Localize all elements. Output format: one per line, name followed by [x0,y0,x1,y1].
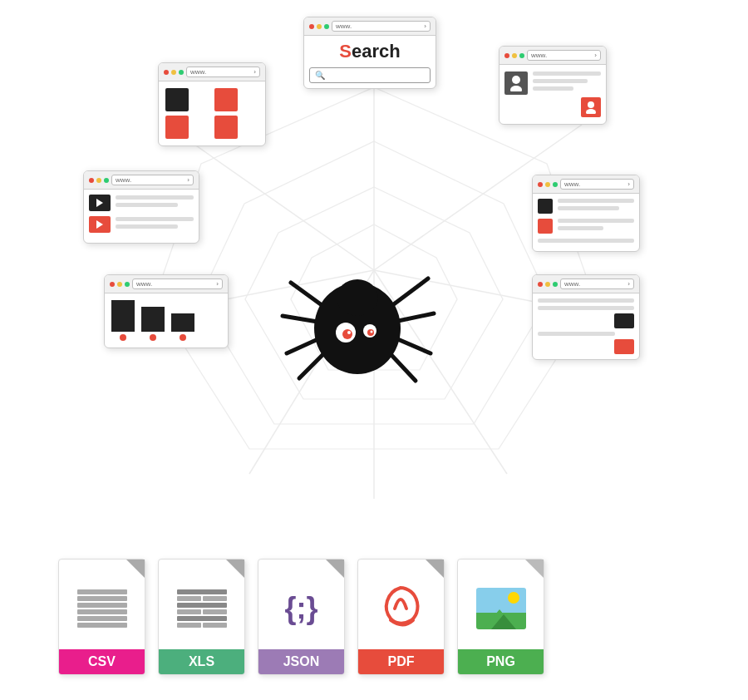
url-bar-profile: www. › [527,50,601,61]
xls-cell-2 [203,596,227,601]
arrow-icon-table: › [216,280,219,288]
csv-row-2 [77,596,127,601]
dot-yellow-profile [512,53,517,58]
file-card-png: PNG [457,559,544,675]
profile-line-2 [533,79,588,83]
video-lines-1 [116,195,194,210]
browser-card-video: www. › [83,170,199,244]
xls-cell-5 [177,623,201,628]
table-block-1 [111,300,135,332]
titlebar-table: www. › [105,275,228,293]
dot-red-table [110,282,115,287]
csv-label: CSV [59,649,145,674]
spider-container [274,233,440,416]
article-row-2 [538,219,634,234]
csv-row-1 [77,589,127,594]
url-text-search: www. [336,22,352,30]
video-row-1 [89,195,194,211]
csv-row-6 [77,623,127,628]
xls-cell-3 [177,609,201,614]
csv-row-4 [77,609,127,614]
png-landscape-icon [476,588,526,629]
al-1b [558,206,619,210]
file-corner-csv [126,560,145,578]
url-text-ar2: www. [564,280,580,288]
csv-row-5 [77,616,127,621]
article-block-1 [538,199,553,214]
xls-line-1 [177,589,227,594]
avatar2-icon [581,97,601,117]
user-icon [509,75,523,91]
browser-card-article-right: www. › [532,175,640,252]
file-corner-json [326,560,344,578]
svg-point-30 [371,331,373,333]
vl-1a [116,195,194,200]
file-card-json: {;} JSON [258,559,345,675]
dot-yellow-search [317,24,322,29]
csv-grid-icon [77,589,127,628]
a2-block-dark [614,313,634,328]
png-sun-icon [508,592,519,604]
search-box[interactable]: 🔍 [309,67,431,83]
svg-point-13 [510,86,522,91]
file-corner-pdf [426,560,444,578]
avatar-icon [504,71,528,95]
a2-block-red [614,339,634,354]
grid-cell-1 [165,88,189,111]
a2-block-row2 [538,339,634,354]
table-content [105,293,228,348]
dot-red-grid [164,70,169,75]
xls-cell-1 [177,596,201,601]
url-bar-video: www. › [111,175,194,185]
search-icon: 🔍 [315,71,325,80]
svg-point-29 [347,331,351,334]
dot-green-profile [519,53,524,58]
file-icon-xls [177,560,227,649]
dot-yellow-grid [171,70,176,75]
titlebar-profile: www. › [499,47,606,65]
xls-cell-4 [203,609,227,614]
url-text-video: www. [116,176,131,184]
grid-cell-4 [214,116,238,139]
vl-2b [116,224,178,229]
a2l-2 [538,306,634,310]
dot-red-ar [538,182,543,187]
file-icon-png [476,560,526,649]
dot-yellow-table [117,282,122,287]
grid-cell-3 [165,116,189,139]
titlebar-video: www. › [84,171,199,190]
arrow-icon-ar2: › [627,280,630,288]
svg-point-27 [342,329,352,339]
xls-line-5 [177,616,227,621]
svg-point-14 [588,101,594,108]
article-content-right [533,194,639,251]
xls-row-6 [177,623,227,628]
a2l-3 [538,332,615,336]
article-lines-1 [558,199,634,214]
png-label: PNG [458,649,544,674]
play-btn-1 [89,195,111,211]
grid-cell-2 [214,88,238,111]
pdf-icon [378,584,424,633]
profile-content [499,65,606,124]
play-btn-2 [89,216,111,233]
search-card-content: Search 🔍 [304,36,436,88]
arrow-icon-video: › [187,176,189,184]
xls-cell-6 [203,623,227,628]
titlebar-article-right: www. › [533,175,639,194]
browser-card-search: www. › Search 🔍 [303,17,436,89]
xls-row-4 [177,609,227,614]
file-corner-png [525,560,544,578]
titlebar-article-right2: www. › [533,275,639,293]
arrow-icon-grid: › [253,68,256,76]
spider-icon [274,233,440,416]
al-2a [558,219,634,223]
url-text-ar: www. [564,180,580,188]
scene: www. › Search 🔍 www. › [0,0,748,700]
arrow-icon-profile: › [594,52,597,59]
al-2b [558,226,603,230]
table-dot-1 [120,334,126,341]
dot-green-ar2 [553,282,558,287]
a2l-1 [538,298,634,303]
url-text-table: www. [136,280,152,288]
